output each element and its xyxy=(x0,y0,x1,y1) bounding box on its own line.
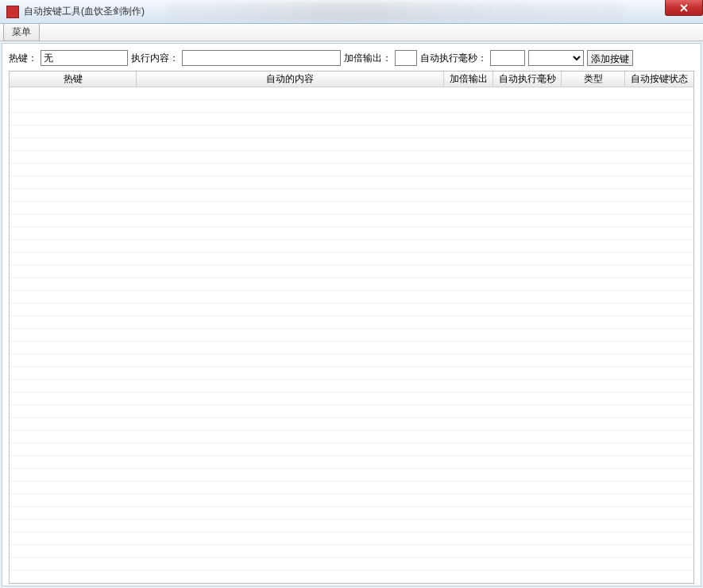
double-output-input[interactable] xyxy=(395,50,417,66)
table-row xyxy=(10,571,693,583)
table-row xyxy=(10,189,693,202)
hotkey-input[interactable] xyxy=(41,50,128,66)
table-row xyxy=(10,342,693,354)
table-body xyxy=(10,87,693,583)
double-output-label: 加倍输出： xyxy=(344,52,392,65)
auto-ms-input[interactable] xyxy=(490,50,525,66)
table-row xyxy=(10,418,693,431)
type-select[interactable] xyxy=(528,50,584,66)
col-type[interactable]: 类型 xyxy=(562,72,625,87)
table-row xyxy=(10,431,693,443)
table-row xyxy=(10,316,693,329)
table-row xyxy=(10,507,693,520)
table-row xyxy=(10,456,693,469)
col-ms[interactable]: 自动执行毫秒 xyxy=(493,72,562,87)
table-row xyxy=(10,113,693,126)
table-row xyxy=(10,545,693,558)
table-row xyxy=(10,126,693,138)
content-input[interactable] xyxy=(182,50,341,66)
table-row xyxy=(10,164,693,176)
table-row xyxy=(10,405,693,418)
close-icon xyxy=(680,4,688,12)
input-row: 热键： 执行内容： 加倍输出： 自动执行毫秒： 添加按键 xyxy=(9,50,694,66)
table-row xyxy=(10,151,693,164)
table-row xyxy=(10,215,693,227)
table-row xyxy=(10,393,693,405)
table-row xyxy=(10,240,693,253)
table-row xyxy=(10,329,693,342)
auto-ms-label: 自动执行毫秒： xyxy=(420,52,487,65)
table-row xyxy=(10,265,693,278)
table-row xyxy=(10,202,693,215)
title-bar: 自动按键工具(血饮圣剑制作) xyxy=(0,0,703,24)
table-row xyxy=(10,138,693,151)
table-header: 热键 自动的内容 加倍输出 自动执行毫秒 类型 自动按键状态 xyxy=(10,72,693,87)
content-label: 执行内容： xyxy=(131,52,179,65)
table-row xyxy=(10,227,693,240)
titlebar-background-blur xyxy=(167,2,624,21)
table-row xyxy=(10,278,693,291)
content-area: 热键： 执行内容： 加倍输出： 自动执行毫秒： 添加按键 热键 自动的内容 加倍… xyxy=(2,43,701,586)
menu-main[interactable]: 菜单 xyxy=(3,23,40,41)
table-row xyxy=(10,304,693,316)
table-row xyxy=(10,558,693,571)
table-row xyxy=(10,87,693,100)
col-status[interactable]: 自动按键状态 xyxy=(625,72,693,87)
table-row xyxy=(10,532,693,545)
table-row xyxy=(10,380,693,393)
table-row xyxy=(10,520,693,532)
table-row xyxy=(10,354,693,367)
table-row xyxy=(10,443,693,456)
close-button[interactable] xyxy=(665,0,703,16)
table-row xyxy=(10,469,693,482)
table-row xyxy=(10,176,693,189)
table-row xyxy=(10,482,693,494)
table-row xyxy=(10,100,693,113)
hotkey-table: 热键 自动的内容 加倍输出 自动执行毫秒 类型 自动按键状态 xyxy=(9,71,694,584)
menu-bar: 菜单 xyxy=(0,24,703,41)
table-row xyxy=(10,494,693,507)
table-row xyxy=(10,367,693,380)
window-title: 自动按键工具(血饮圣剑制作) xyxy=(24,5,145,18)
table-row xyxy=(10,291,693,304)
app-icon xyxy=(6,6,19,18)
table-row xyxy=(10,253,693,265)
col-hotkey[interactable]: 热键 xyxy=(10,72,137,87)
col-double[interactable]: 加倍输出 xyxy=(444,72,493,87)
col-content[interactable]: 自动的内容 xyxy=(137,72,444,87)
add-hotkey-button[interactable]: 添加按键 xyxy=(587,50,633,66)
hotkey-label: 热键： xyxy=(9,52,37,65)
